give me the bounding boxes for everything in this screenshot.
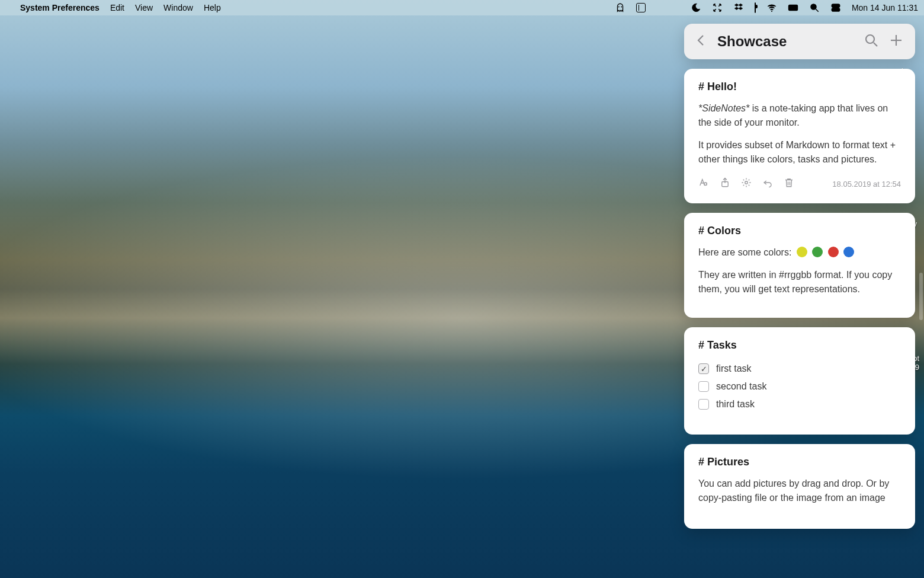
svg-point-14 [836, 9, 838, 11]
menubar-extra-icon-1[interactable] [615, 2, 625, 13]
note-timestamp: 18.05.2019 at 12:54 [832, 180, 901, 189]
svg-point-15 [866, 35, 874, 43]
note-card-hello[interactable]: # Hello! *SideNotes* is a note-taking ap… [684, 69, 915, 203]
color-swatch [797, 247, 807, 257]
task-label: first task [716, 363, 752, 374]
menubar-fullscreen-icon[interactable] [712, 2, 723, 13]
format-text-icon[interactable] [698, 177, 709, 190]
svg-point-2 [771, 11, 772, 12]
note-heading: # Hello! [698, 81, 901, 93]
sidenotes-panel: Showcase # Hello! *SideNotes* is a note-… [684, 24, 915, 529]
note-card-pictures[interactable]: # Pictures You can add pictures by drag … [684, 444, 915, 529]
note-heading: # Pictures [698, 456, 901, 468]
search-button[interactable] [864, 33, 878, 50]
trash-icon[interactable] [784, 177, 794, 190]
menu-window[interactable]: Window [163, 3, 193, 12]
task-row[interactable]: second task [698, 378, 901, 395]
menu-help[interactable]: Help [204, 3, 221, 12]
color-swatch [812, 247, 823, 257]
menubar-keyboard-icon[interactable] [788, 2, 798, 13]
note-paragraph: You can add pictures by drag and drop. O… [698, 477, 901, 505]
panel-scrollbar[interactable] [919, 273, 923, 320]
menubar-wifi-icon[interactable] [766, 2, 777, 13]
note-paragraph: They are written in #rrggbb format. If y… [698, 268, 901, 296]
note-card-tasks[interactable]: # Tasks ✓ first task second task third t… [684, 327, 915, 435]
svg-point-20 [745, 181, 748, 184]
task-row[interactable]: ✓ first task [698, 360, 901, 378]
gear-icon[interactable] [741, 177, 752, 190]
svg-point-9 [811, 4, 816, 9]
svg-point-0 [618, 7, 620, 8]
share-icon[interactable] [720, 177, 730, 190]
task-label: second task [716, 381, 766, 392]
task-label: third task [716, 399, 755, 410]
svg-line-16 [874, 43, 877, 46]
note-card-colors[interactable]: # Colors Here are some colors: They are … [684, 213, 915, 318]
menubar-dropbox-icon[interactable] [733, 2, 744, 13]
menubar-control-center-icon[interactable] [830, 2, 841, 13]
menubar-clock[interactable]: Mon 14 Jun 11:31 [852, 3, 918, 12]
menubar-battery-icon[interactable] [755, 3, 756, 12]
note-paragraph: Here are some colors: [698, 245, 901, 260]
svg-point-12 [833, 5, 835, 7]
menubar-moon-icon[interactable] [691, 2, 701, 13]
task-checkbox[interactable] [698, 381, 709, 392]
menubar-app-name[interactable]: System Preferences [20, 3, 100, 12]
svg-rect-3 [788, 5, 797, 11]
menubar: System Preferences Edit View Window Help [0, 0, 924, 15]
color-swatch [843, 247, 854, 257]
panel-title: Showcase [717, 33, 854, 50]
undo-icon[interactable] [762, 177, 773, 190]
color-swatch [828, 247, 839, 257]
note-heading: # Tasks [698, 339, 901, 352]
menu-edit[interactable]: Edit [110, 3, 124, 12]
menu-view[interactable]: View [135, 3, 153, 12]
add-note-button[interactable] [889, 33, 903, 50]
panel-header: Showcase [684, 24, 915, 59]
task-checkbox[interactable] [698, 399, 709, 410]
note-heading: # Colors [698, 225, 901, 237]
back-button[interactable] [696, 33, 707, 50]
note-paragraph: It provides subset of Markdown to format… [698, 138, 901, 167]
task-row[interactable]: third task [698, 395, 901, 413]
note-toolbar: 18.05.2019 at 12:54 [698, 177, 901, 190]
note-paragraph: *SideNotes* is a note-taking app that li… [698, 101, 901, 130]
menubar-spotlight-icon[interactable] [809, 2, 820, 13]
svg-point-1 [621, 7, 622, 8]
svg-line-10 [816, 9, 819, 12]
menubar-sidenotes-icon[interactable] [636, 3, 646, 12]
task-checkbox[interactable]: ✓ [698, 363, 709, 374]
